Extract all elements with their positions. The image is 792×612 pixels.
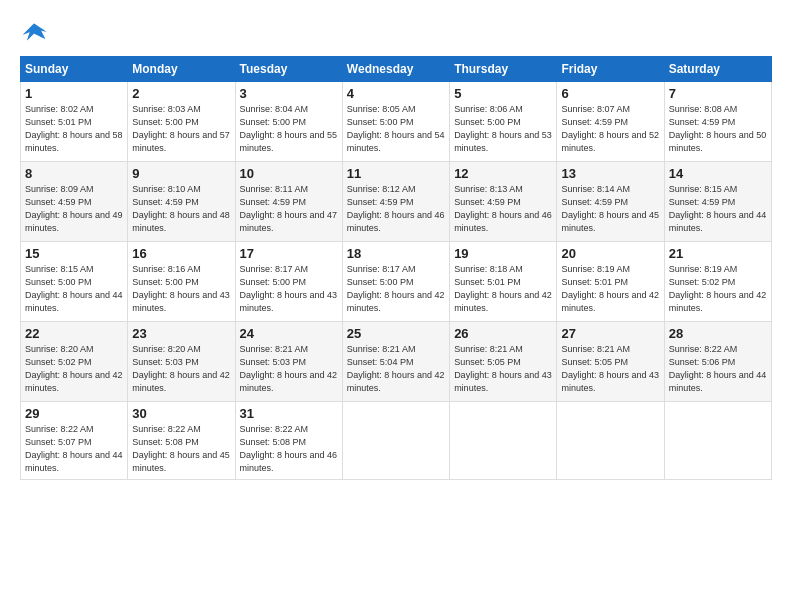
day-info: Sunrise: 8:22 AM Sunset: 5:08 PM Dayligh… xyxy=(132,423,230,475)
day-info: Sunrise: 8:06 AM Sunset: 5:00 PM Dayligh… xyxy=(454,103,552,155)
calendar-cell xyxy=(342,402,449,480)
day-info: Sunrise: 8:12 AM Sunset: 4:59 PM Dayligh… xyxy=(347,183,445,235)
day-number: 27 xyxy=(561,326,659,341)
calendar-cell: 23 Sunrise: 8:20 AM Sunset: 5:03 PM Dayl… xyxy=(128,322,235,402)
header xyxy=(20,18,772,46)
calendar-cell: 14 Sunrise: 8:15 AM Sunset: 4:59 PM Dayl… xyxy=(664,162,771,242)
day-number: 19 xyxy=(454,246,552,261)
calendar-cell: 12 Sunrise: 8:13 AM Sunset: 4:59 PM Dayl… xyxy=(450,162,557,242)
day-info: Sunrise: 8:21 AM Sunset: 5:05 PM Dayligh… xyxy=(454,343,552,395)
calendar-cell xyxy=(664,402,771,480)
day-info: Sunrise: 8:20 AM Sunset: 5:03 PM Dayligh… xyxy=(132,343,230,395)
day-number: 29 xyxy=(25,406,123,421)
day-info: Sunrise: 8:08 AM Sunset: 4:59 PM Dayligh… xyxy=(669,103,767,155)
calendar-cell: 9 Sunrise: 8:10 AM Sunset: 4:59 PM Dayli… xyxy=(128,162,235,242)
calendar-cell xyxy=(557,402,664,480)
day-info: Sunrise: 8:15 AM Sunset: 5:00 PM Dayligh… xyxy=(25,263,123,315)
day-info: Sunrise: 8:22 AM Sunset: 5:06 PM Dayligh… xyxy=(669,343,767,395)
day-number: 9 xyxy=(132,166,230,181)
day-number: 1 xyxy=(25,86,123,101)
calendar-day-header: Tuesday xyxy=(235,57,342,82)
day-number: 24 xyxy=(240,326,338,341)
calendar-day-header: Monday xyxy=(128,57,235,82)
calendar-cell: 1 Sunrise: 8:02 AM Sunset: 5:01 PM Dayli… xyxy=(21,82,128,162)
day-number: 26 xyxy=(454,326,552,341)
day-number: 14 xyxy=(669,166,767,181)
day-number: 18 xyxy=(347,246,445,261)
day-number: 28 xyxy=(669,326,767,341)
day-number: 8 xyxy=(25,166,123,181)
day-number: 7 xyxy=(669,86,767,101)
calendar-cell: 18 Sunrise: 8:17 AM Sunset: 5:00 PM Dayl… xyxy=(342,242,449,322)
day-info: Sunrise: 8:20 AM Sunset: 5:02 PM Dayligh… xyxy=(25,343,123,395)
calendar-cell: 21 Sunrise: 8:19 AM Sunset: 5:02 PM Dayl… xyxy=(664,242,771,322)
day-info: Sunrise: 8:15 AM Sunset: 4:59 PM Dayligh… xyxy=(669,183,767,235)
calendar-day-header: Thursday xyxy=(450,57,557,82)
day-info: Sunrise: 8:09 AM Sunset: 4:59 PM Dayligh… xyxy=(25,183,123,235)
calendar-table: SundayMondayTuesdayWednesdayThursdayFrid… xyxy=(20,56,772,480)
calendar-cell: 7 Sunrise: 8:08 AM Sunset: 4:59 PM Dayli… xyxy=(664,82,771,162)
calendar-header-row: SundayMondayTuesdayWednesdayThursdayFrid… xyxy=(21,57,772,82)
day-number: 22 xyxy=(25,326,123,341)
day-number: 13 xyxy=(561,166,659,181)
day-info: Sunrise: 8:03 AM Sunset: 5:00 PM Dayligh… xyxy=(132,103,230,155)
day-number: 20 xyxy=(561,246,659,261)
calendar-cell: 26 Sunrise: 8:21 AM Sunset: 5:05 PM Dayl… xyxy=(450,322,557,402)
day-info: Sunrise: 8:04 AM Sunset: 5:00 PM Dayligh… xyxy=(240,103,338,155)
calendar-day-header: Wednesday xyxy=(342,57,449,82)
day-number: 17 xyxy=(240,246,338,261)
day-number: 15 xyxy=(25,246,123,261)
day-number: 23 xyxy=(132,326,230,341)
day-number: 16 xyxy=(132,246,230,261)
day-info: Sunrise: 8:21 AM Sunset: 5:05 PM Dayligh… xyxy=(561,343,659,395)
day-info: Sunrise: 8:11 AM Sunset: 4:59 PM Dayligh… xyxy=(240,183,338,235)
calendar-cell: 8 Sunrise: 8:09 AM Sunset: 4:59 PM Dayli… xyxy=(21,162,128,242)
day-info: Sunrise: 8:17 AM Sunset: 5:00 PM Dayligh… xyxy=(347,263,445,315)
calendar-cell: 11 Sunrise: 8:12 AM Sunset: 4:59 PM Dayl… xyxy=(342,162,449,242)
calendar-cell: 6 Sunrise: 8:07 AM Sunset: 4:59 PM Dayli… xyxy=(557,82,664,162)
day-info: Sunrise: 8:02 AM Sunset: 5:01 PM Dayligh… xyxy=(25,103,123,155)
calendar-cell: 5 Sunrise: 8:06 AM Sunset: 5:00 PM Dayli… xyxy=(450,82,557,162)
day-number: 30 xyxy=(132,406,230,421)
day-number: 2 xyxy=(132,86,230,101)
calendar-day-header: Friday xyxy=(557,57,664,82)
logo-icon xyxy=(20,18,48,46)
calendar-cell: 15 Sunrise: 8:15 AM Sunset: 5:00 PM Dayl… xyxy=(21,242,128,322)
calendar-cell: 24 Sunrise: 8:21 AM Sunset: 5:03 PM Dayl… xyxy=(235,322,342,402)
day-number: 31 xyxy=(240,406,338,421)
day-number: 12 xyxy=(454,166,552,181)
calendar-cell xyxy=(450,402,557,480)
day-info: Sunrise: 8:07 AM Sunset: 4:59 PM Dayligh… xyxy=(561,103,659,155)
day-info: Sunrise: 8:19 AM Sunset: 5:01 PM Dayligh… xyxy=(561,263,659,315)
calendar-cell: 17 Sunrise: 8:17 AM Sunset: 5:00 PM Dayl… xyxy=(235,242,342,322)
day-info: Sunrise: 8:21 AM Sunset: 5:04 PM Dayligh… xyxy=(347,343,445,395)
calendar-cell: 27 Sunrise: 8:21 AM Sunset: 5:05 PM Dayl… xyxy=(557,322,664,402)
calendar-day-header: Saturday xyxy=(664,57,771,82)
day-info: Sunrise: 8:19 AM Sunset: 5:02 PM Dayligh… xyxy=(669,263,767,315)
calendar-cell: 13 Sunrise: 8:14 AM Sunset: 4:59 PM Dayl… xyxy=(557,162,664,242)
svg-marker-1 xyxy=(23,24,45,41)
calendar-cell: 19 Sunrise: 8:18 AM Sunset: 5:01 PM Dayl… xyxy=(450,242,557,322)
day-number: 25 xyxy=(347,326,445,341)
calendar-cell: 25 Sunrise: 8:21 AM Sunset: 5:04 PM Dayl… xyxy=(342,322,449,402)
day-number: 11 xyxy=(347,166,445,181)
calendar-cell: 20 Sunrise: 8:19 AM Sunset: 5:01 PM Dayl… xyxy=(557,242,664,322)
calendar-cell: 31 Sunrise: 8:22 AM Sunset: 5:08 PM Dayl… xyxy=(235,402,342,480)
calendar-cell: 16 Sunrise: 8:16 AM Sunset: 5:00 PM Dayl… xyxy=(128,242,235,322)
calendar-cell: 10 Sunrise: 8:11 AM Sunset: 4:59 PM Dayl… xyxy=(235,162,342,242)
logo xyxy=(20,18,52,46)
day-number: 21 xyxy=(669,246,767,261)
calendar-cell: 30 Sunrise: 8:22 AM Sunset: 5:08 PM Dayl… xyxy=(128,402,235,480)
day-info: Sunrise: 8:18 AM Sunset: 5:01 PM Dayligh… xyxy=(454,263,552,315)
day-number: 6 xyxy=(561,86,659,101)
calendar-cell: 28 Sunrise: 8:22 AM Sunset: 5:06 PM Dayl… xyxy=(664,322,771,402)
calendar-cell: 2 Sunrise: 8:03 AM Sunset: 5:00 PM Dayli… xyxy=(128,82,235,162)
day-info: Sunrise: 8:13 AM Sunset: 4:59 PM Dayligh… xyxy=(454,183,552,235)
calendar-cell: 4 Sunrise: 8:05 AM Sunset: 5:00 PM Dayli… xyxy=(342,82,449,162)
day-info: Sunrise: 8:16 AM Sunset: 5:00 PM Dayligh… xyxy=(132,263,230,315)
day-info: Sunrise: 8:21 AM Sunset: 5:03 PM Dayligh… xyxy=(240,343,338,395)
calendar-day-header: Sunday xyxy=(21,57,128,82)
day-info: Sunrise: 8:22 AM Sunset: 5:08 PM Dayligh… xyxy=(240,423,338,475)
calendar-cell: 22 Sunrise: 8:20 AM Sunset: 5:02 PM Dayl… xyxy=(21,322,128,402)
day-info: Sunrise: 8:22 AM Sunset: 5:07 PM Dayligh… xyxy=(25,423,123,475)
